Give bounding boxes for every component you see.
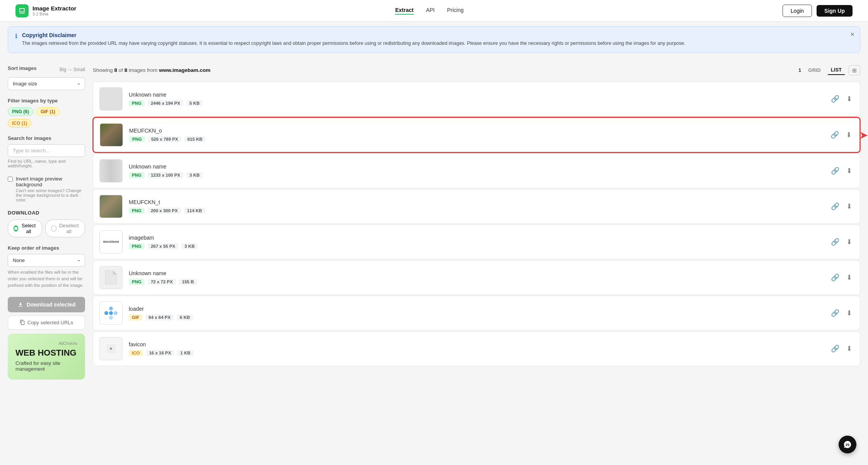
table-row: loader GIF 64 x 64 PX 6 KB 🔗 ⬇ <box>93 296 860 330</box>
svg-point-5 <box>109 316 113 320</box>
logo: Image Extractor 3.2 Beta <box>15 4 76 17</box>
download-section: DOWNLOAD Select all Deselect all <box>8 210 85 237</box>
download-button[interactable]: ⬇ <box>845 165 854 177</box>
sort-label: Sort images <box>8 65 36 71</box>
download-button[interactable]: ⬇ <box>845 236 854 248</box>
svg-text:✦: ✦ <box>109 346 113 352</box>
download-selected-label: Download selected <box>27 301 76 308</box>
showing-text: Showing 8 of 8 images from www.imagebam.… <box>93 67 210 73</box>
image-info: Unknown name PNG 2446 x 194 PX 5 KB <box>129 92 823 106</box>
size-tag: 6 KB <box>177 314 193 320</box>
image-info: loader GIF 64 x 64 PX 6 KB <box>129 306 823 320</box>
image-name: favicon <box>129 341 823 347</box>
image-actions: 🔗 ⬇ <box>829 165 854 177</box>
logo-icon <box>15 4 29 17</box>
header: Image Extractor 3.2 Beta Extract API Pri… <box>0 0 868 22</box>
showing-total: 8 <box>124 67 128 73</box>
thumb-placeholder <box>100 88 122 110</box>
image-name: MEUFCKN_t <box>129 199 823 205</box>
image-thumbnail: IMAGEBAM <box>99 230 123 254</box>
svg-point-4 <box>109 307 113 310</box>
app-version: 3.2 Beta <box>32 12 76 16</box>
download-button[interactable]: ⬇ <box>845 272 854 283</box>
ad-subtitle: Crafted for easy site management <box>15 360 77 372</box>
expand-button[interactable]: ⊞ <box>849 65 860 75</box>
svg-point-0 <box>14 227 17 230</box>
image-info: Unknown name PNG 72 x 72 PX 155 B <box>129 270 823 285</box>
select-row: Select all Deselect all <box>8 220 85 237</box>
type-tag: PNG <box>129 136 145 142</box>
sort-select[interactable]: Image size <box>8 77 85 90</box>
copy-link-button[interactable]: 🔗 <box>829 236 841 248</box>
download-button[interactable]: ⬇ <box>845 201 854 212</box>
select-all-button[interactable]: Select all <box>8 220 42 237</box>
image-info: MEUFCKN_t PNG 200 x 300 PX 114 KB <box>129 199 823 214</box>
login-button[interactable]: Login <box>783 5 812 17</box>
type-tag: PNG <box>129 243 145 249</box>
deselect-all-button[interactable]: Deselect all <box>45 220 85 237</box>
search-label: Search for images <box>8 135 85 141</box>
main-layout: Sort images Big → Small Image size Filte… <box>0 58 868 387</box>
search-section: Search for images Find by URL, name, typ… <box>8 135 85 168</box>
dims-tag: 72 x 72 PX <box>148 279 176 285</box>
type-tag: PNG <box>129 279 145 285</box>
view-list-button[interactable]: LIST <box>828 65 845 75</box>
download-selected-button[interactable]: Download selected <box>8 297 85 312</box>
nav-pricing[interactable]: Pricing <box>447 7 464 15</box>
file-icon <box>105 271 117 284</box>
image-meta: PNG 2446 x 194 PX 5 KB <box>129 100 823 106</box>
keep-order-select-wrapper: None <box>8 254 85 267</box>
view-grid-button[interactable]: GRID <box>805 66 824 75</box>
invert-label-group: Invert image preview background Can't se… <box>16 176 85 202</box>
filter-ico[interactable]: ICO (1) <box>8 119 31 128</box>
nav-api[interactable]: API <box>426 7 435 15</box>
copy-link-button[interactable]: 🔗 <box>829 93 841 105</box>
copy-link-button[interactable]: 🔗 <box>829 129 841 141</box>
download-button[interactable]: ⬇ <box>845 93 854 105</box>
image-actions: 🔗 ⬇ <box>829 129 853 141</box>
deselect-all-label: Deselect all <box>59 223 79 234</box>
signup-button[interactable]: Sign Up <box>817 5 853 17</box>
table-row: Unknown name PNG 72 x 72 PX 155 B 🔗 ⬇ <box>93 260 860 295</box>
keep-order-hint: When enabled the files will be in the or… <box>8 269 85 289</box>
image-meta: PNG 200 x 300 PX 114 KB <box>129 208 823 214</box>
copy-link-button[interactable]: 🔗 <box>829 307 841 319</box>
svg-point-1 <box>104 311 108 315</box>
image-actions: 🔗 ⬇ <box>829 236 854 248</box>
svg-point-3 <box>114 311 118 315</box>
search-input[interactable] <box>8 144 85 157</box>
copy-link-button[interactable]: 🔗 <box>829 272 841 283</box>
disclaimer-text: The images retrieved from the provided U… <box>22 40 686 47</box>
invert-checkbox[interactable] <box>8 177 13 182</box>
copy-urls-button[interactable]: Copy selected URLs <box>8 315 85 330</box>
imagebam-logo: IMAGEBAM <box>100 230 122 254</box>
image-thumbnail <box>99 159 123 182</box>
sort-direction: Big → Small <box>60 67 85 72</box>
header-actions: Login Sign Up <box>783 5 853 17</box>
copy-link-button[interactable]: 🔗 <box>829 165 841 177</box>
image-info: favicon ICO 16 x 16 PX 1 KB <box>129 341 823 356</box>
disclaimer-banner: ℹ Copyright Disclaimer The images retrie… <box>8 26 860 53</box>
table-row: Unknown name PNG 1233 x 100 PX 3 KB 🔗 ⬇ <box>93 153 860 188</box>
filter-png[interactable]: PNG (6) <box>8 107 33 116</box>
image-thumbnail <box>99 87 123 111</box>
table-row: ✦ favicon ICO 16 x 16 PX 1 KB 🔗 ⬇ <box>93 331 860 366</box>
copy-link-button[interactable]: 🔗 <box>829 343 841 354</box>
image-actions: 🔗 ⬇ <box>829 93 854 105</box>
content-topbar: Showing 8 of 8 images from www.imagebam.… <box>93 65 860 75</box>
image-info: imagebam PNG 267 x 55 PX 3 KB <box>129 235 823 249</box>
type-tag: PNG <box>129 100 145 106</box>
sort-select-wrapper: Image size <box>8 77 85 90</box>
disclaimer-close-button[interactable]: × <box>850 31 854 39</box>
copy-link-button[interactable]: 🔗 <box>829 201 841 212</box>
keep-order-select[interactable]: None <box>8 254 85 267</box>
disclaimer-title: Copyright Disclaimer <box>22 32 686 38</box>
search-hint: Find by URL, name, type and width/height… <box>8 159 85 168</box>
download-button[interactable]: ⬇ <box>845 343 854 354</box>
filter-gif[interactable]: GIF (1) <box>36 107 60 116</box>
filter-badges: PNG (6) GIF (1) ICO (1) <box>8 107 85 128</box>
download-button[interactable]: ⬇ <box>844 129 853 141</box>
image-list: Unknown name PNG 2446 x 194 PX 5 KB 🔗 ⬇ <box>93 82 860 366</box>
download-button[interactable]: ⬇ <box>845 307 854 319</box>
nav-extract[interactable]: Extract <box>395 7 413 15</box>
